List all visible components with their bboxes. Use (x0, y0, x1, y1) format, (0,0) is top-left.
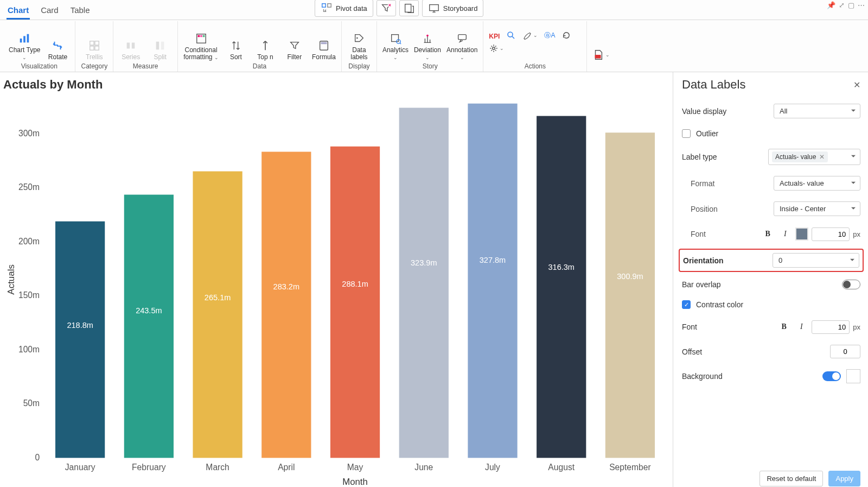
bar-overlap-toggle[interactable] (842, 280, 860, 289)
svg-point-27 (508, 32, 513, 37)
top-n-button[interactable]: Top n (253, 40, 277, 61)
svg-rect-4 (430, 5, 439, 11)
more-icon[interactable]: ⋯ (858, 1, 865, 9)
auto-text-button[interactable]: ⓐA (544, 31, 555, 40)
svg-text:316.3m: 316.3m (548, 263, 574, 271)
chip-remove-icon[interactable]: ✕ (819, 153, 825, 161)
svg-rect-15 (161, 41, 164, 49)
orientation-dropdown[interactable]: 0 (773, 253, 859, 268)
formula-button[interactable]: Formula (312, 40, 336, 61)
svg-rect-10 (90, 46, 94, 50)
orientation-row-highlight: Orientation 0 (679, 249, 864, 272)
search-button[interactable] (506, 30, 516, 40)
font2-bold-button[interactable]: B (777, 320, 791, 334)
analytics-button[interactable]: Analytics⌄ (382, 33, 409, 61)
chart-area: Actuals by Month 050m100m150m200m250m300… (0, 72, 673, 487)
tab-card[interactable]: Card (40, 2, 60, 20)
data-labels-button[interactable]: Data labels (347, 33, 371, 61)
pivot-data-icon (321, 2, 333, 14)
pdf-icon (592, 49, 604, 61)
svg-rect-23 (392, 34, 399, 41)
contrast-checkbox-box (682, 300, 691, 309)
font2-italic-button[interactable]: I (794, 320, 808, 334)
orientation-label: Orientation (683, 256, 724, 265)
svg-text:218.8m: 218.8m (67, 321, 93, 330)
svg-rect-19 (202, 35, 205, 37)
svg-text:August: August (548, 463, 575, 472)
svg-rect-58 (537, 116, 586, 458)
kpi-button[interactable]: KPI (489, 33, 500, 40)
group-category: Category (81, 61, 107, 72)
export-button[interactable] (399, 0, 419, 16)
svg-text:200m: 200m (18, 237, 40, 246)
chart-svg: 050m100m150m200m250m300m218.8mJanuary243… (3, 95, 671, 487)
sort-button[interactable]: Sort (224, 40, 248, 61)
deviation-button[interactable]: Deviation⌄ (414, 33, 441, 61)
group-display: Display (348, 61, 369, 72)
annotation-button[interactable]: Annotation⌄ (446, 33, 477, 61)
rotate-button[interactable]: Rotate (46, 40, 69, 61)
pdf-export-dropdown[interactable]: ⌄ (592, 49, 610, 61)
svg-text:300.9m: 300.9m (617, 272, 643, 281)
storyboard-button[interactable]: Storyboard (422, 0, 484, 17)
font-color-swatch[interactable] (795, 227, 808, 241)
value-display-dropdown[interactable]: All (774, 104, 860, 118)
expand-icon[interactable]: ⤢ (839, 1, 845, 9)
maximize-icon[interactable]: ▢ (848, 1, 854, 9)
group-measure: Measure (133, 61, 158, 72)
font-size-input[interactable] (812, 227, 850, 241)
formula-icon (318, 40, 330, 52)
chart-title: Actuals by Month (3, 77, 671, 95)
settings-dropdown[interactable]: ⌄ (489, 43, 504, 53)
group-visualization: Visualization (21, 61, 58, 72)
svg-rect-52 (399, 107, 449, 458)
format-label: Format (682, 179, 714, 188)
svg-text:April: April (278, 463, 295, 472)
background-color-swatch[interactable] (846, 369, 860, 383)
filter-reset-button[interactable] (376, 0, 396, 16)
position-label: Position (682, 205, 718, 213)
apply-button[interactable]: Apply (828, 471, 860, 486)
rotate-icon (52, 40, 63, 52)
svg-text:March: March (206, 463, 229, 472)
font-bold-button[interactable]: B (761, 227, 775, 241)
window-controls: 📌 ⤢ ▢ ⋯ (827, 1, 865, 9)
split-button[interactable]: Split (148, 40, 172, 61)
label-type-dropdown[interactable]: Actuals- value✕ (768, 149, 860, 165)
svg-rect-3 (405, 4, 411, 12)
outlier-checkbox[interactable]: Outlier (682, 129, 718, 138)
tab-table[interactable]: Table (69, 2, 91, 20)
tab-chart[interactable]: Chart (7, 2, 30, 20)
offset-input[interactable] (830, 345, 860, 358)
chart-type-button[interactable]: Chart Type⌄ (9, 33, 40, 61)
svg-text:327.8m: 327.8m (480, 256, 506, 264)
svg-point-28 (493, 47, 495, 49)
pivot-data-button[interactable]: Pivot data (315, 0, 373, 17)
filter-button[interactable]: Filter (283, 40, 307, 61)
trellis-button[interactable]: Trellis (82, 40, 106, 61)
font2-size-input[interactable] (812, 320, 850, 334)
font-italic-button[interactable]: I (778, 227, 792, 241)
svg-text:February: February (132, 463, 166, 472)
svg-rect-0 (322, 4, 326, 7)
contrast-color-checkbox[interactable]: Contrast color (682, 300, 743, 309)
auto-text-icon: ⓐA (544, 31, 555, 40)
background-toggle[interactable] (822, 371, 841, 381)
pin-icon[interactable]: 📌 (827, 1, 835, 9)
position-dropdown[interactable]: Inside - Center (774, 201, 860, 216)
style-dropdown[interactable]: ⌄ (522, 30, 538, 40)
svg-text:Actuals: Actuals (6, 264, 16, 295)
sort-label: Sort (230, 54, 242, 61)
conditional-formatting-button[interactable]: Conditional formatting ⌄ (183, 33, 219, 61)
svg-rect-37 (55, 222, 105, 458)
reset-button[interactable]: Reset to default (760, 471, 823, 486)
svg-rect-13 (132, 42, 135, 48)
svg-text:0: 0 (35, 453, 40, 462)
trellis-icon (88, 40, 100, 52)
close-icon[interactable]: ✕ (853, 80, 860, 90)
format-dropdown[interactable]: Actuals- value (774, 176, 860, 191)
refresh-button[interactable] (561, 30, 571, 40)
bar-overlap-label: Bar overlap (682, 280, 721, 289)
series-button[interactable]: Series (119, 40, 143, 61)
annotation-label: Annotation⌄ (446, 47, 477, 61)
